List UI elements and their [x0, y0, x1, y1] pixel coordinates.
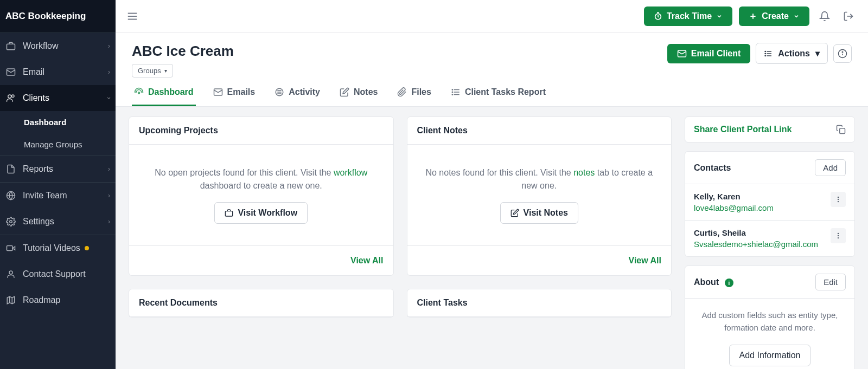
chevron-down-icon: › [105, 97, 113, 99]
sidebar-item-label: Tutorial Videos [23, 243, 80, 253]
visit-workflow-button[interactable]: Visit Workflow [214, 202, 308, 224]
svg-point-5 [10, 221, 12, 223]
visit-notes-button[interactable]: Visit Notes [500, 202, 578, 224]
brand: ABC Bookkeeping [0, 0, 116, 33]
bell-icon [819, 11, 830, 22]
video-icon [5, 243, 16, 254]
logout-button[interactable] [840, 8, 857, 25]
svg-point-39 [838, 233, 839, 234]
groups-label: Groups [138, 67, 161, 75]
brand-text: ABC Bookkeeping [5, 11, 86, 21]
sidebar-sub-dashboard[interactable]: Dashboard [0, 111, 116, 133]
card-title: Upcoming Projects [129, 117, 393, 145]
sidebar-item-label: Invite Team [23, 191, 67, 200]
tab-notes[interactable]: Notes [337, 87, 380, 106]
gauge-icon [134, 87, 144, 97]
users-icon [5, 93, 16, 103]
more-vertical-icon [834, 196, 842, 203]
tab-emails[interactable]: Emails [211, 87, 258, 106]
svg-point-17 [765, 53, 765, 54]
list-icon [764, 49, 773, 58]
notifications-button[interactable] [816, 8, 833, 25]
globe-icon [5, 190, 16, 201]
page-header: ABC Ice Cream Groups ▾ Email Client Acti… [116, 33, 868, 77]
sidebar-item-workflow[interactable]: Workflow › [0, 33, 116, 59]
tab-label: Dashboard [148, 87, 194, 97]
svg-point-33 [452, 94, 453, 95]
tabs: Dashboard Emails Activity Notes Files Cl… [116, 77, 868, 107]
tab-files[interactable]: Files [395, 87, 433, 106]
caret-down-icon: ▾ [164, 68, 167, 74]
tab-label: Notes [354, 87, 378, 97]
gear-icon [5, 216, 16, 227]
info-icon [838, 49, 847, 59]
email-client-label: Email Client [691, 49, 741, 59]
edit-icon [340, 87, 349, 97]
contact-email[interactable]: love4labs@gmail.com [694, 203, 831, 212]
briefcase-icon [225, 209, 233, 217]
view-all-notes-link[interactable]: View All [629, 256, 661, 265]
groups-dropdown[interactable]: Groups ▾ [132, 64, 173, 77]
sidebar: ABC Bookkeeping Workflow › Email › [0, 0, 116, 369]
add-information-button[interactable]: Add Information [729, 345, 811, 366]
svg-point-36 [838, 197, 839, 198]
view-all-projects-link[interactable]: View All [350, 256, 383, 265]
tab-label: Emails [227, 87, 256, 97]
mail-icon [677, 49, 687, 59]
chevron-right-icon: › [108, 165, 110, 173]
mail-icon [213, 87, 223, 97]
about-text: Add custom fields such as entity type, f… [685, 299, 854, 345]
contact-email[interactable]: Svsalesdemo+shielac@gmail.com [694, 239, 831, 249]
svg-point-21 [842, 51, 843, 53]
share-portal-link[interactable]: Share Client Portal Link [694, 125, 792, 134]
sidebar-item-label: Clients [23, 93, 49, 103]
svg-point-22 [138, 92, 140, 94]
edit-about-button[interactable]: Edit [815, 274, 846, 290]
contact-more-button[interactable] [831, 192, 846, 207]
actions-dropdown[interactable]: Actions ▾ [756, 43, 828, 64]
track-time-button[interactable]: Track Time [644, 7, 732, 26]
sidebar-item-clients[interactable]: Clients › [0, 85, 116, 111]
svg-point-32 [452, 92, 453, 93]
menu-toggle-icon[interactable] [126, 10, 138, 22]
svg-point-2 [8, 95, 11, 98]
tab-label: Files [411, 87, 431, 97]
sidebar-item-tutorial-videos[interactable]: Tutorial Videos [0, 235, 116, 261]
sidebar-sub-manage-groups[interactable]: Manage Groups [0, 133, 116, 156]
sidebar-item-roadmap[interactable]: Roadmap [0, 287, 116, 313]
copy-button[interactable] [836, 125, 846, 134]
plus-icon [749, 12, 757, 21]
contacts-title: Contacts [694, 163, 731, 173]
svg-point-41 [838, 237, 839, 238]
tab-client-tasks-report[interactable]: Client Tasks Report [449, 87, 548, 106]
notes-link[interactable]: notes [573, 168, 595, 177]
workflow-link[interactable]: workflow [334, 168, 367, 177]
tab-dashboard[interactable]: Dashboard [132, 87, 196, 106]
contact-name: Curtis, Sheila [694, 228, 831, 237]
client-notes-card: Client Notes No notes found for this cli… [407, 116, 672, 276]
contacts-card: Contacts Add Kelly, Karen love4labs@gmai… [685, 151, 855, 257]
chevron-right-icon: › [108, 192, 110, 199]
tab-activity[interactable]: Activity [272, 87, 322, 106]
sidebar-item-settings[interactable]: Settings › [0, 209, 116, 235]
sidebar-item-invite-team[interactable]: Invite Team › [0, 183, 116, 209]
empty-state-text: No notes found for this client. Visit th… [420, 166, 659, 192]
info-button[interactable] [833, 44, 852, 63]
sidebar-item-label: Workflow [23, 41, 59, 51]
contact-more-button[interactable] [831, 228, 846, 243]
about-card: About i Edit Add custom fields such as e… [685, 266, 855, 369]
email-client-button[interactable]: Email Client [667, 44, 751, 63]
info-badge-icon: i [725, 279, 733, 287]
about-title: About i [694, 277, 733, 287]
sidebar-item-contact-support[interactable]: Contact Support [0, 261, 116, 287]
sidebar-item-reports[interactable]: Reports › [0, 156, 116, 182]
create-button[interactable]: Create [739, 7, 809, 26]
actions-label: Actions [778, 49, 810, 59]
contact-row: Curtis, Sheila Svsalesdemo+shielac@gmail… [685, 221, 854, 256]
edit-icon [510, 209, 519, 217]
add-contact-button[interactable]: Add [815, 159, 846, 176]
chevron-right-icon: › [108, 42, 110, 50]
sidebar-item-email[interactable]: Email › [0, 59, 116, 85]
create-label: Create [762, 11, 789, 21]
svg-rect-6 [7, 246, 13, 251]
